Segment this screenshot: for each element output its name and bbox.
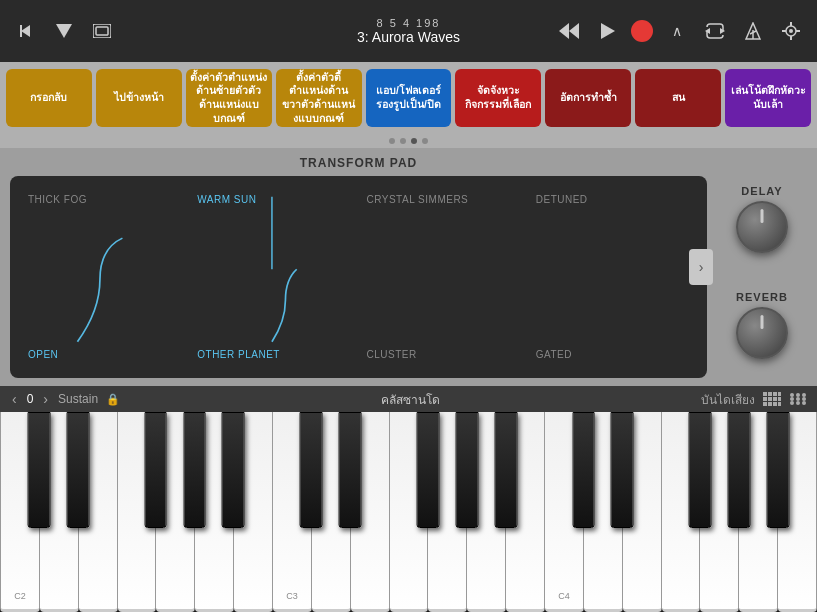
svg-rect-27 (763, 402, 767, 406)
black-key[interactable] (455, 412, 478, 528)
svg-rect-20 (768, 392, 772, 396)
pad-arrow-btn[interactable]: › (689, 249, 713, 285)
sc-btn-5[interactable]: จัดจังหวะกิจกรรมที่เลือก (455, 69, 541, 127)
kb-right-controls: บันไดเสียง (701, 390, 807, 409)
sc-btn-6[interactable]: อัตการทำซ้ำ (545, 69, 631, 127)
pad-zone-gated[interactable]: GATED (528, 277, 697, 368)
delay-section: DELAY (736, 185, 788, 253)
black-key[interactable] (611, 412, 634, 528)
transport-controls (12, 17, 116, 45)
thick-fog-label: THICK FOG (28, 194, 87, 205)
svg-point-33 (802, 393, 806, 397)
svg-marker-5 (559, 23, 569, 39)
pad-zone-crystal[interactable]: CRYSTAL SIMMERS (359, 186, 528, 277)
warm-sun-label: WARM SUN (197, 194, 256, 205)
track-title: 3: Aurora Waves (357, 29, 460, 45)
dots-grid-icon[interactable] (789, 392, 807, 406)
track-numbers: 8 5 4 198 (377, 17, 441, 29)
svg-point-38 (796, 401, 800, 405)
play-btn[interactable] (593, 17, 621, 45)
kb-next-btn[interactable]: › (41, 391, 50, 407)
octave-label: C2 (1, 591, 39, 601)
svg-rect-26 (778, 397, 781, 401)
dot-1 (389, 138, 395, 144)
kb-left-controls: ‹ 0 › Sustain 🔒 (10, 391, 120, 407)
svg-rect-29 (773, 402, 777, 406)
svg-point-36 (802, 397, 806, 401)
window-icon[interactable] (88, 17, 116, 45)
black-key[interactable] (417, 412, 440, 528)
delay-label: DELAY (741, 185, 782, 197)
transform-pad[interactable]: THICK FOG WARM SUN CRYSTAL SIMMERS DETUN… (10, 176, 707, 378)
sc-btn-7[interactable]: สน (635, 69, 721, 127)
nav-down-icon[interactable] (50, 17, 78, 45)
svg-marker-1 (56, 24, 72, 38)
svg-point-37 (790, 401, 794, 405)
record-btn[interactable] (631, 20, 653, 42)
open-label: OPEN (28, 349, 58, 360)
grid-icon[interactable] (763, 392, 781, 406)
track-info: 8 5 4 198 3: Aurora Waves (357, 17, 460, 45)
black-key[interactable] (300, 412, 323, 528)
black-key[interactable] (767, 412, 790, 528)
svg-marker-6 (601, 23, 615, 39)
pad-zone-cluster[interactable]: CLUSTER (359, 277, 528, 368)
dot-3 (411, 138, 417, 144)
sc-btn-8[interactable]: เล่นโน้ตฝึกหัดวะ นับเล้า (725, 69, 811, 127)
black-key[interactable] (494, 412, 517, 528)
pad-zone-warm-sun[interactable]: WARM SUN (189, 186, 358, 277)
sc-btn-4[interactable]: แอบ/โฟลเดอร์รองรูปเป็น/ปิด (366, 69, 452, 127)
loop-btn[interactable] (701, 17, 729, 45)
cluster-label: CLUSTER (367, 349, 417, 360)
black-key[interactable] (183, 412, 206, 528)
delay-knob[interactable] (736, 201, 788, 253)
pad-zone-other-planet[interactable]: OTHER PLANET (189, 277, 358, 368)
pad-zone-detuned[interactable]: DETUNED (528, 186, 697, 277)
svg-rect-19 (763, 392, 767, 396)
metronome-btn[interactable] (739, 17, 767, 45)
keyboard-bar: ‹ 0 › Sustain 🔒 คลัสซานโด บันไดเสียง (0, 386, 817, 412)
black-key[interactable] (144, 412, 167, 528)
svg-rect-23 (763, 397, 767, 401)
sc-btn-1[interactable]: ไปข้างหน้า (96, 69, 182, 127)
settings-btn[interactable] (777, 17, 805, 45)
sc-btn-3[interactable]: ตั้งค่าตัวตี้ตำแหน่งด้านขวาตัวด้านแหน่งแ… (276, 69, 362, 127)
instrument-area: TRANSFORM PAD THICK FOG WARM SUN CRYSTAL… (0, 148, 817, 386)
lock-icon: 🔒 (106, 393, 120, 406)
reverb-knob[interactable] (736, 307, 788, 359)
transform-pad-container: TRANSFORM PAD THICK FOG WARM SUN CRYSTAL… (10, 156, 707, 378)
pad-zone-open[interactable]: OPEN (20, 277, 189, 368)
kb-prev-btn[interactable]: ‹ (10, 391, 19, 407)
black-key[interactable] (572, 412, 595, 528)
svg-rect-22 (778, 392, 781, 396)
effects-panel: DELAY REVERB (717, 156, 807, 378)
svg-rect-28 (768, 402, 772, 406)
smart-controls: กรอกลับไปข้างหน้าตั้งค่าตัวตำแหน่งด้านซ้… (0, 62, 817, 134)
svg-point-13 (789, 29, 793, 33)
black-key[interactable] (66, 412, 89, 528)
rewind-btn[interactable] (555, 17, 583, 45)
chevron-btn[interactable]: ∧ (663, 17, 691, 45)
black-key[interactable] (222, 412, 245, 528)
sc-btn-0[interactable]: กรอกลับ (6, 69, 92, 127)
svg-point-39 (802, 401, 806, 405)
dot-4 (422, 138, 428, 144)
piano-keyboard: C2C3C4 (0, 412, 817, 612)
svg-point-34 (790, 397, 794, 401)
top-right-controls: ∧ (555, 17, 805, 45)
top-bar: 8 5 4 198 3: Aurora Waves ∧ (0, 0, 817, 62)
black-key[interactable] (339, 412, 362, 528)
black-key[interactable] (728, 412, 751, 528)
black-key[interactable] (689, 412, 712, 528)
pad-zone-thick-fog[interactable]: THICK FOG (20, 186, 189, 277)
octave-label: C3 (273, 591, 311, 601)
octave-label: C4 (545, 591, 583, 601)
dot-2 (400, 138, 406, 144)
svg-point-32 (796, 393, 800, 397)
sc-btn-2[interactable]: ตั้งค่าตัวตำแหน่งด้านซ้ายตัวตัวด้านแหน่ง… (186, 69, 272, 127)
back-btn[interactable] (12, 17, 40, 45)
kb-octave: 0 (27, 392, 34, 406)
black-key[interactable] (27, 412, 50, 528)
svg-rect-30 (778, 402, 781, 406)
reverb-label: REVERB (736, 291, 788, 303)
